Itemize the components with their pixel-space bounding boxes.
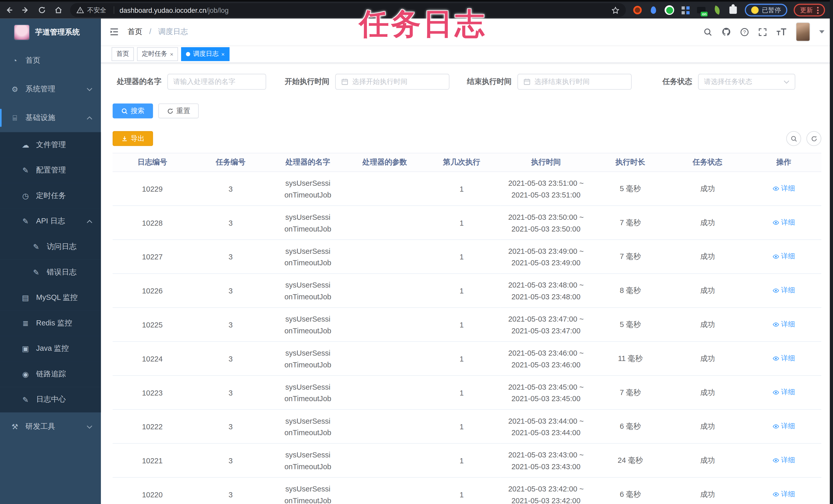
search-button[interactable]: 搜索: [113, 104, 153, 119]
fullscreen-icon[interactable]: [758, 27, 767, 36]
sidebar-item-system[interactable]: ⚙ 系统管理: [0, 75, 101, 104]
extension-icon[interactable]: [664, 5, 674, 15]
end-time-label: 结束执行时间: [467, 77, 511, 86]
calendar-icon: [523, 78, 530, 85]
detail-link[interactable]: 详细: [772, 354, 795, 363]
begin-time-label: 开始执行时间: [285, 77, 329, 86]
menu-dots-icon[interactable]: [817, 7, 819, 14]
sidebar-item-access-log[interactable]: ✎ 访问日志: [0, 234, 101, 260]
tab-schedule-log[interactable]: 调度日志 ×: [181, 47, 230, 61]
home-icon[interactable]: [51, 3, 66, 18]
eye-icon: [772, 389, 780, 396]
detail-link[interactable]: 详细: [772, 456, 795, 465]
cell-status: 成功: [669, 342, 746, 376]
extension-icon[interactable]: [712, 5, 722, 15]
extension-icon[interactable]: [648, 5, 659, 15]
cell-handler-name: sysUserSessionTimeoutJob: [269, 444, 347, 477]
sidebar-item-log-center[interactable]: ✎ 日志中心: [0, 387, 101, 412]
detail-link[interactable]: 详细: [772, 252, 795, 261]
extension-icon[interactable]: on: [696, 5, 707, 15]
cell-times: 1: [423, 376, 500, 410]
refresh-table-button[interactable]: [806, 131, 821, 146]
avatar[interactable]: [796, 22, 810, 42]
app-title: 芋道管理系统: [35, 28, 80, 37]
sidebar-item-mysql[interactable]: ▤ MySQL 监控: [0, 285, 101, 310]
extension-icon[interactable]: [728, 5, 738, 15]
reload-icon[interactable]: [34, 3, 49, 18]
eye-icon: [772, 423, 780, 430]
status-select[interactable]: 请选择任务状态: [698, 74, 795, 90]
breadcrumb-home[interactable]: 首页: [127, 27, 142, 35]
detail-link[interactable]: 详细: [772, 286, 795, 295]
export-button[interactable]: 导出: [113, 131, 153, 146]
detail-link[interactable]: 详细: [772, 320, 795, 329]
address-bar[interactable]: 不安全 dashboard.yudao.iocoder.cn/job/log: [70, 3, 626, 17]
cell-actions: 详细: [746, 477, 822, 504]
sidebar-item-infra[interactable]: ⌸ 基础设施: [0, 104, 101, 132]
sidebar-item-trace[interactable]: ◉ 链路追踪: [0, 361, 101, 387]
cell-handler-name: sysUserSessionTimeoutJob: [269, 240, 347, 274]
detail-link[interactable]: 详细: [772, 184, 795, 193]
detail-link[interactable]: 详细: [772, 218, 795, 227]
back-icon[interactable]: [2, 3, 16, 18]
cell-handler-param: [347, 376, 423, 410]
cell-exec-time: 2021-05-03 23:50:00 ~ 2021-05-03 23:50:0…: [500, 206, 592, 240]
font-size-icon[interactable]: [776, 28, 787, 36]
sidebar-item-config[interactable]: ✎ 配置管理: [0, 158, 101, 183]
sidebar-item-devtools[interactable]: ⚒ 研发工具: [0, 412, 101, 441]
edit-square-icon: ✎: [21, 166, 30, 175]
begin-time-input[interactable]: 选择开始执行时间: [335, 74, 449, 90]
sidebar-item-home[interactable]: ◔ 首页: [0, 46, 101, 75]
bookmark-star-icon[interactable]: [612, 6, 619, 14]
close-icon[interactable]: ×: [170, 51, 173, 57]
reset-button[interactable]: 重置: [158, 104, 199, 119]
end-time-input[interactable]: 选择结束执行时间: [518, 74, 632, 90]
refresh-icon: [810, 135, 817, 142]
detail-link[interactable]: 详细: [772, 489, 795, 499]
dashboard-icon: ◔: [10, 56, 19, 65]
cell-exec-time: 2021-05-03 23:45:00 ~ 2021-05-03 23:45:0…: [500, 376, 592, 410]
sidebar-item-job[interactable]: ◷ 定时任务: [0, 183, 101, 209]
security-chip[interactable]: 不安全: [76, 6, 120, 15]
screen: 不安全 dashboard.yudao.iocoder.cn/job/log o…: [0, 0, 833, 504]
search-icon[interactable]: [704, 27, 712, 36]
cell-duration: 7 毫秒: [592, 240, 669, 274]
cell-status: 成功: [669, 274, 746, 307]
active-indicator: [0, 109, 2, 127]
cell-handler-name: sysUserSessionTimeoutJob: [269, 172, 347, 206]
github-icon[interactable]: [721, 27, 731, 36]
detail-link[interactable]: 详细: [772, 422, 795, 431]
hamburger-icon[interactable]: [109, 28, 119, 36]
help-icon[interactable]: ?: [740, 27, 749, 36]
toggle-search-button[interactable]: [786, 131, 801, 146]
sidebar-item-redis[interactable]: ≣ Redis 监控: [0, 310, 101, 336]
tab-timed-task[interactable]: 定时任务 ×: [137, 47, 178, 61]
forward-icon[interactable]: [18, 3, 33, 18]
overlay-title: 任务日志: [359, 4, 486, 45]
chevron-up-icon: [87, 220, 92, 223]
sidebar-item-api-log[interactable]: ✎ API 日志: [0, 208, 101, 234]
update-button[interactable]: 更新: [793, 4, 825, 17]
filter-form: 处理器的名字 请输入处理器的名字 开始执行时间 选择开始执行时间 结束执行: [113, 74, 822, 90]
clock-icon: ◷: [21, 192, 30, 200]
tags-view: 首页 定时任务 × 调度日志 ×: [101, 45, 833, 63]
app-logo[interactable]: 芋道管理系统: [0, 19, 101, 46]
cell-duration: 5 毫秒: [592, 307, 669, 342]
paused-badge[interactable]: 已暂停: [745, 4, 787, 17]
extension-icon[interactable]: [680, 5, 690, 15]
handler-name-input[interactable]: 请输入处理器的名字: [167, 74, 266, 90]
edit-square-icon: ✎: [21, 396, 30, 404]
tab-home[interactable]: 首页: [112, 47, 134, 61]
caret-down-icon[interactable]: [819, 30, 825, 33]
emoji-face-icon: [751, 6, 759, 14]
extension-icon[interactable]: [632, 5, 643, 15]
scrollbar[interactable]: [830, 0, 833, 504]
detail-link[interactable]: 详细: [772, 387, 795, 397]
sidebar-item-file[interactable]: ☁ 文件管理: [0, 132, 101, 158]
col-times: 第几次执行: [423, 153, 500, 172]
close-icon[interactable]: ×: [221, 51, 224, 57]
sidebar-item-error-log[interactable]: ✎ 错误日志: [0, 259, 101, 285]
col-status: 任务状态: [669, 153, 746, 172]
eye-icon: [772, 185, 780, 192]
sidebar-item-java[interactable]: ▣ Java 监控: [0, 336, 101, 361]
